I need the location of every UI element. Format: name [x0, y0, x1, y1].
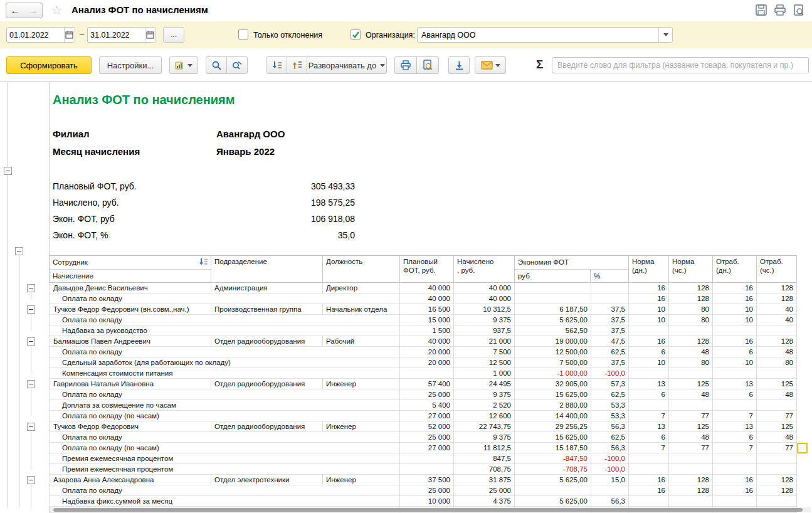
print-button[interactable] — [394, 56, 417, 74]
cell-plan[interactable]: 57 400 — [400, 379, 454, 389]
cell-nd[interactable]: 13 — [629, 421, 669, 432]
table-row[interactable]: Надбавка фикс.суммой за месяц10 0004 375… — [50, 496, 797, 507]
cell-wd[interactable]: 16 — [713, 485, 757, 496]
period-more-button[interactable]: ... — [163, 27, 184, 43]
cell-employee[interactable]: Тучков Федор Федорович — [50, 421, 211, 432]
table-row[interactable]: Оплата по окладу25 0009 37515 625,0062,5… — [50, 432, 797, 443]
cell-wd[interactable]: 16 — [713, 294, 757, 304]
cell-fact[interactable]: 937,5 — [454, 325, 515, 336]
cell-wh[interactable]: 80 — [757, 357, 797, 368]
cell-nd[interactable]: 16 — [629, 294, 669, 304]
cell-wh[interactable]: 77 — [757, 443, 797, 453]
column-economy-group[interactable]: Экономия ФОТ руб % — [515, 256, 629, 283]
cell-wd[interactable]: 16 — [713, 475, 757, 485]
cell-wd[interactable] — [713, 496, 757, 507]
table-row[interactable]: Азарова Анна АлександровнаОтдел электрот… — [50, 475, 797, 485]
cell-wh[interactable]: 128 — [757, 485, 797, 496]
cell-pct[interactable]: 53,3 — [591, 411, 629, 421]
cell-nh[interactable]: 48 — [669, 389, 713, 400]
cell-nd[interactable]: 6 — [629, 389, 669, 400]
cell-pct[interactable]: 37,5 — [591, 315, 629, 325]
tree-expander-level1[interactable] — [4, 167, 12, 175]
cell-plan[interactable]: 25 000 — [400, 389, 454, 400]
cell-wd[interactable]: 6 — [713, 432, 757, 443]
cell-wd[interactable]: 10 — [713, 304, 757, 315]
cell-nh[interactable]: 128 — [669, 294, 713, 304]
expand-groups-button[interactable] — [287, 56, 307, 74]
cell-pct[interactable]: 62,5 — [591, 347, 629, 357]
quick-filter-field[interactable] — [552, 57, 809, 73]
cell-fact[interactable]: 21 000 — [454, 336, 515, 347]
cell-accrual[interactable]: Оплата по окладу — [50, 315, 400, 325]
cell-plan[interactable]: 40 000 — [400, 336, 454, 347]
cell-wd[interactable] — [713, 368, 757, 379]
cell-accrual[interactable]: Сдельный заработок (для работающих по ок… — [50, 357, 400, 368]
cell-nd[interactable]: 10 — [629, 357, 669, 368]
cell-pct[interactable]: 62,5 — [591, 432, 629, 443]
organization-checkbox[interactable] — [351, 29, 361, 40]
cell-pct[interactable]: 37,5 — [591, 304, 629, 315]
cell-pct[interactable] — [591, 485, 629, 496]
cell-pct[interactable]: 15,0 — [591, 475, 629, 485]
cell-econ[interactable]: 562,50 — [515, 325, 591, 336]
settings-button[interactable]: Настройки... — [99, 56, 162, 74]
report-variants-button[interactable] — [169, 56, 198, 74]
cell-wh[interactable]: 125 — [757, 421, 797, 432]
cell-pct[interactable]: 53,3 — [591, 400, 629, 411]
cell-fact[interactable]: 708,75 — [454, 464, 515, 475]
email-button[interactable] — [475, 56, 506, 74]
cell-econ[interactable]: 12 500,00 — [515, 347, 591, 357]
cell-nh[interactable] — [669, 368, 713, 379]
tree-expander-employee[interactable] — [27, 380, 35, 388]
cell-fact[interactable]: 10 312,5 — [454, 304, 515, 315]
cell-plan[interactable]: 40 000 — [400, 294, 454, 304]
cell-accrual[interactable]: Оплата по окладу — [50, 485, 400, 496]
table-row[interactable]: Оплата по окладу25 00025 0001612816128 — [50, 485, 797, 496]
cell-wh[interactable] — [757, 400, 797, 411]
cell-nd[interactable]: 7 — [629, 411, 669, 421]
cell-nh[interactable] — [669, 325, 713, 336]
cell-wh[interactable]: 77 — [757, 411, 797, 421]
cell-department[interactable]: Администрация — [211, 283, 323, 294]
cell-employee[interactable]: Гаврилова Наталья Ивановна — [50, 379, 211, 389]
table-row[interactable]: Премия ежемесячная процентом708,75-708,7… — [50, 464, 797, 475]
tree-expander-employee[interactable] — [27, 284, 35, 292]
cell-fact[interactable]: 9 375 — [454, 315, 515, 325]
cell-econ[interactable]: -847,50 — [515, 453, 591, 464]
cell-econ[interactable]: 15 625,00 — [515, 432, 591, 443]
cell-pct[interactable]: 57,3 — [591, 379, 629, 389]
table-row[interactable]: Премия ежемесячная процентом847,5-847,50… — [50, 453, 797, 464]
cell-pct[interactable]: -100,0 — [591, 368, 629, 379]
cell-nd[interactable]: 6 — [629, 432, 669, 443]
date-to-field[interactable] — [87, 27, 156, 43]
cell-nd[interactable]: 16 — [629, 283, 669, 294]
cell-employee[interactable]: Тучков Федор Федорович (вн.совм.,нач.) — [50, 304, 211, 315]
cell-fact[interactable]: 24 495 — [454, 379, 515, 389]
table-row[interactable]: Сдельный заработок (для работающих по ок… — [50, 357, 797, 368]
cell-pct[interactable] — [591, 283, 629, 294]
cell-wh[interactable]: 128 — [757, 294, 797, 304]
cell-employee[interactable]: Балмашов Павел Андреевич — [50, 336, 211, 347]
cell-wd[interactable]: 16 — [713, 336, 757, 347]
scrollbar-thumb[interactable] — [53, 508, 803, 512]
cell-fact[interactable]: 11 812,5 — [454, 443, 515, 453]
cell-econ[interactable] — [515, 283, 591, 294]
cell-nd[interactable] — [629, 400, 669, 411]
cell-wh[interactable]: 48 — [757, 347, 797, 357]
cell-plan[interactable]: 20 000 — [400, 357, 454, 368]
cell-wd[interactable]: 16 — [713, 283, 757, 294]
cell-nd[interactable]: 6 — [629, 347, 669, 357]
cell-fact[interactable]: 847,5 — [454, 453, 515, 464]
cell-pct[interactable]: 56,3 — [591, 421, 629, 432]
cell-position[interactable]: Инженер — [323, 475, 400, 485]
column-accrued[interactable]: Начислено, руб. — [454, 256, 515, 283]
cell-wh[interactable]: 128 — [757, 336, 797, 347]
cell-nh[interactable]: 125 — [669, 421, 713, 432]
table-row[interactable]: Доплата за совмещение по часам5 4002 520… — [50, 400, 797, 411]
calendar-icon[interactable] — [64, 28, 75, 42]
cell-wh[interactable] — [757, 464, 797, 475]
cell-nh[interactable]: 80 — [669, 357, 713, 368]
cell-fact[interactable]: 40 000 — [454, 283, 515, 294]
cell-pct[interactable]: 62,5 — [591, 389, 629, 400]
cell-pct[interactable]: -100,0 — [591, 453, 629, 464]
